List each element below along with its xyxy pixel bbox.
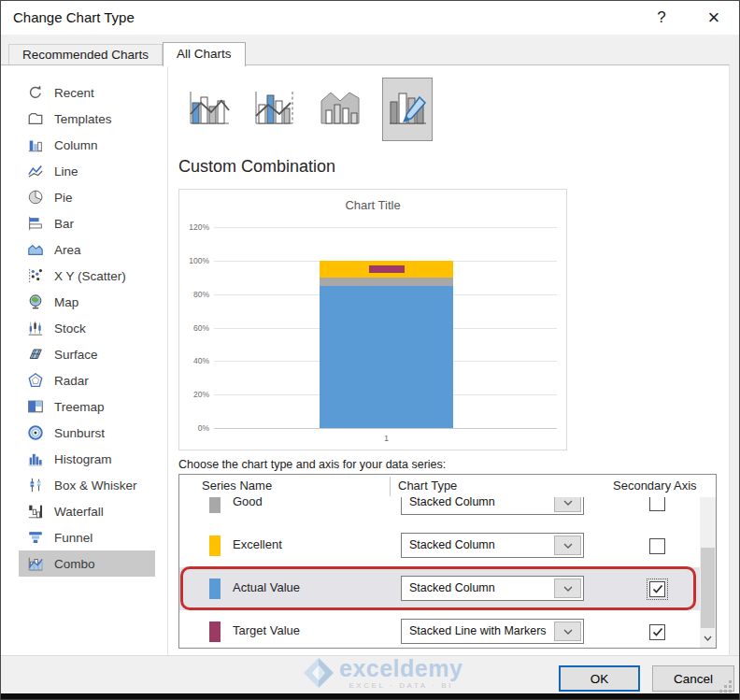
clustered-column-line-icon <box>188 88 231 131</box>
secondary-axis-checkbox[interactable] <box>649 497 665 511</box>
sidebar-item-label: Area <box>54 243 81 257</box>
subtype-custom-combination[interactable] <box>382 78 433 141</box>
templates-icon <box>26 109 45 128</box>
series-name: Good <box>233 497 263 508</box>
sidebar-item-x-y-scatter[interactable]: X Y (Scatter) <box>19 263 155 289</box>
chart-type-value: Stacked Column <box>409 534 495 557</box>
pie-icon <box>26 188 45 207</box>
radar-icon <box>26 371 45 390</box>
exceldemy-logo-icon <box>302 656 335 693</box>
sidebar-item-recent[interactable]: Recent <box>19 79 155 106</box>
scrollbar-thumb[interactable] <box>701 548 715 628</box>
dialog-title: Change Chart Type <box>13 9 135 25</box>
secondary-axis-checkbox[interactable] <box>649 538 665 554</box>
series-color-swatch <box>209 621 221 642</box>
sidebar-item-waterfall[interactable]: Waterfall <box>19 498 155 524</box>
waterfall-icon <box>26 502 45 521</box>
close-button[interactable]: × <box>698 5 730 31</box>
secondary-axis-checkbox[interactable] <box>649 581 665 597</box>
series-table-instruction: Choose the chart type and axis for your … <box>178 458 446 471</box>
sidebar-item-label: Histogram <box>54 452 112 466</box>
sidebar-item-label: Radar <box>54 374 89 388</box>
sidebar-item-bar[interactable]: Bar <box>19 210 155 236</box>
subtype-clustered-column-line[interactable] <box>186 78 233 141</box>
tab-strip: Recommended Charts All Charts <box>8 35 246 65</box>
chart-type-dropdown[interactable]: Stacked Column <box>401 533 584 558</box>
sidebar-item-funnel[interactable]: Funnel <box>19 524 155 550</box>
watermark-tagline: EXCEL · DATA · BI <box>339 681 462 690</box>
sidebar-item-label: Line <box>54 164 78 179</box>
series-name: Actual Value <box>233 580 300 594</box>
sidebar-item-label: Surface <box>54 348 98 362</box>
tab-all-charts[interactable]: All Charts <box>163 42 246 66</box>
map-icon <box>26 293 45 311</box>
subtype-stacked-area-clustered-column[interactable] <box>317 78 363 141</box>
sidebar-item-line[interactable]: Line <box>19 158 155 184</box>
chart-type-dropdown[interactable]: Stacked Column <box>401 576 584 601</box>
chart-preview: Chart Title 0%20%40%60%80%100%120%1 <box>178 189 567 450</box>
dropdown-chevron-icon[interactable] <box>554 621 581 641</box>
sidebar-item-histogram[interactable]: Histogram <box>19 446 155 472</box>
scatter-icon <box>26 266 45 285</box>
series-row-good: GoodStacked Column <box>179 497 700 524</box>
chart-type-value: Stacked Column <box>409 497 495 514</box>
gridline <box>214 428 557 429</box>
series-color-swatch <box>209 497 221 513</box>
bar-segment-actual-value <box>320 286 453 428</box>
area-icon <box>26 240 45 259</box>
sidebar-item-surface[interactable]: Surface <box>19 341 155 367</box>
sidebar-item-label: Templates <box>54 112 112 126</box>
sidebar-item-combo[interactable]: Combo <box>19 550 155 577</box>
watermark-brand: exceldemy <box>339 656 462 680</box>
scroll-down-button[interactable] <box>700 628 716 648</box>
custom-combination-icon <box>386 88 429 131</box>
dropdown-chevron-icon[interactable] <box>554 536 581 555</box>
series-table-header: Series Name Chart Type Secondary Axis <box>179 475 716 497</box>
title-bar: Change Chart Type ? × <box>1 1 739 35</box>
box-whisker-icon <box>26 476 45 494</box>
sidebar-item-area[interactable]: Area <box>19 236 155 263</box>
ok-button[interactable]: OK <box>559 665 640 692</box>
sidebar-item-label: Treemap <box>54 400 105 414</box>
gridline <box>214 227 557 228</box>
main-panel: Custom Combination Chart Title 0%20%40%6… <box>178 65 730 655</box>
series-name: Excellent <box>233 537 282 551</box>
sidebar-item-label: Waterfall <box>54 505 104 519</box>
sidebar-item-radar[interactable]: Radar <box>19 367 155 393</box>
column-header-secondary-axis: Secondary Axis <box>613 479 697 493</box>
sidebar-item-box-whisker[interactable]: Box & Whisker <box>19 472 155 498</box>
sidebar-item-column[interactable]: Column <box>19 132 155 158</box>
series-table-rows: GoodStacked ColumnExcellentStacked Colum… <box>179 497 700 648</box>
series-color-swatch <box>209 579 221 599</box>
series-row-excellent: ExcellentStacked Column <box>179 524 700 567</box>
x-tick-label: 1 <box>320 434 453 443</box>
sidebar-item-label: Map <box>54 295 78 309</box>
help-button[interactable]: ? <box>646 5 677 31</box>
y-tick-label: 100% <box>181 256 209 265</box>
marker-target-value <box>369 265 405 273</box>
exceldemy-watermark: exceldemy EXCEL · DATA · BI <box>302 656 462 693</box>
sidebar-item-stock[interactable]: Stock <box>19 315 155 341</box>
dropdown-chevron-icon[interactable] <box>554 497 581 512</box>
chart-type-dropdown[interactable]: Stacked Line with Markers <box>401 619 584 644</box>
dialog-content: RecentTemplatesColumnLinePieBarAreaX Y (… <box>1 64 730 655</box>
sidebar-item-treemap[interactable]: Treemap <box>19 393 155 420</box>
tab-recommended-charts[interactable]: Recommended Charts <box>8 44 163 64</box>
column-header-series-name: Series Name <box>202 479 272 493</box>
sidebar-item-sunburst[interactable]: Sunburst <box>19 420 155 446</box>
table-scrollbar[interactable] <box>700 475 716 648</box>
dropdown-chevron-icon[interactable] <box>554 579 581 598</box>
section-heading: Custom Combination <box>178 157 335 177</box>
chart-type-value: Stacked Line with Markers <box>409 620 547 643</box>
y-tick-label: 60% <box>181 323 209 333</box>
secondary-axis-checkbox[interactable] <box>649 624 665 640</box>
chart-type-sidebar: RecentTemplatesColumnLinePieBarAreaX Y (… <box>1 65 168 655</box>
chart-title: Chart Title <box>179 198 566 212</box>
sidebar-item-map[interactable]: Map <box>19 289 155 315</box>
subtype-clustered-column-line-secondary-axis[interactable] <box>251 78 298 141</box>
histogram-icon <box>26 450 45 468</box>
sidebar-item-pie[interactable]: Pie <box>19 184 155 210</box>
series-row-target-value: Target ValueStacked Line with Markers <box>179 610 700 648</box>
chart-type-dropdown[interactable]: Stacked Column <box>401 497 584 515</box>
sidebar-item-templates[interactable]: Templates <box>19 106 155 132</box>
